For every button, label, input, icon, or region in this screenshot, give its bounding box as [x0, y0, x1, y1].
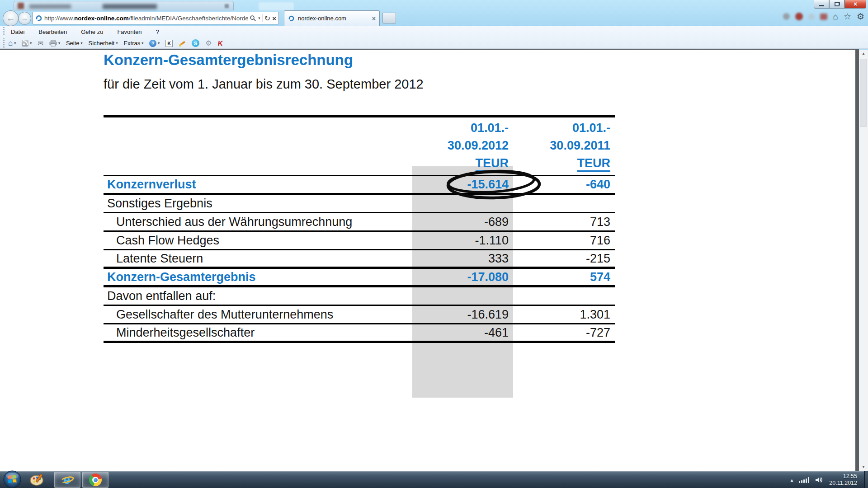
- vertical-scrollbar[interactable]: ▲ ▼: [859, 50, 868, 471]
- network-signal-icon[interactable]: [799, 477, 809, 483]
- pen-icon: [179, 40, 186, 47]
- seite-label: Seite: [66, 40, 80, 47]
- sicherheit-menu-button[interactable]: Sicherheit ▾: [88, 40, 119, 47]
- kaspersky-addon-button[interactable]: K: [217, 40, 224, 47]
- toolbar-grip[interactable]: [3, 27, 5, 36]
- maximize-button[interactable]: [829, 0, 844, 9]
- row-label: Davon entfallen auf:: [104, 289, 412, 303]
- blurred-extension-icon[interactable]: [795, 13, 803, 20]
- close-button[interactable]: ×: [844, 0, 866, 9]
- header-line: 30.09.2011: [513, 137, 610, 155]
- favorites-star-icon[interactable]: ☆: [844, 12, 851, 21]
- header-spacer: [104, 119, 412, 172]
- search-icon[interactable]: [250, 15, 256, 22]
- menu-favoriten[interactable]: Favoriten: [116, 28, 142, 36]
- menu-gehezu[interactable]: Gehe zu: [80, 28, 104, 36]
- row-label: Konzern-Gesamtergebnis: [104, 270, 412, 284]
- navigation-bar: ← → http://www.nordex-online.com/fileadm…: [0, 10, 868, 26]
- k-addon-button[interactable]: K: [165, 40, 174, 47]
- dropdown-caret-icon: ▾: [58, 41, 60, 45]
- toolbar-right-icons: ⌂ ☆ ⚙: [783, 12, 864, 21]
- blurred-background-window-tab[interactable]: [14, 1, 234, 10]
- clock-time: 12:55: [829, 473, 857, 480]
- scroll-down-icon[interactable]: ▼: [859, 463, 868, 471]
- value-2011: 574: [513, 270, 615, 284]
- maximize-icon: [835, 2, 840, 6]
- home-icon: ⌂: [8, 39, 13, 47]
- blurred-extension-icon[interactable]: [820, 14, 827, 20]
- table-row: Konzern-Gesamtergebnis -17.080 574: [104, 269, 615, 287]
- skype-icon: S: [192, 39, 199, 47]
- chrome-taskbar-button[interactable]: [82, 472, 108, 488]
- menu-bar: Datei Bearbeiten Gehe zu Favoriten ?: [0, 26, 868, 38]
- internet-explorer-icon: e: [61, 473, 74, 487]
- kaspersky-icon: K: [217, 40, 223, 47]
- gear-addon-button[interactable]: ⚙: [204, 40, 212, 47]
- read-mail-button[interactable]: ✉: [37, 40, 44, 47]
- help-icon: ?: [149, 40, 156, 47]
- blurred-close-icon: [225, 4, 229, 8]
- value-2011: -215: [513, 252, 615, 266]
- start-button[interactable]: [3, 470, 22, 488]
- show-hidden-icons-chevron[interactable]: ▴: [791, 477, 793, 483]
- tab-title: nordex-online.com: [298, 15, 369, 22]
- extras-label: Extras: [123, 40, 140, 47]
- minimize-button[interactable]: [814, 0, 829, 9]
- menu-bearbeiten[interactable]: Bearbeiten: [38, 28, 68, 36]
- divider: [262, 14, 263, 22]
- menu-and-command-bars: Datei Bearbeiten Gehe zu Favoriten ? ⌂ ▾…: [0, 26, 868, 49]
- menu-datei[interactable]: Datei: [10, 28, 25, 36]
- page-subtitle: für die Zeit vom 1. Januar bis zum 30. S…: [104, 77, 424, 92]
- seite-menu-button[interactable]: Seite ▾: [65, 40, 84, 47]
- skype-addon-button[interactable]: S: [191, 39, 200, 47]
- row-label: Unterschied aus der Währungsumrechnung: [104, 215, 412, 229]
- value-2012: -16.619: [412, 308, 513, 322]
- refresh-icon[interactable]: ↻: [264, 14, 270, 23]
- stop-icon[interactable]: ×: [272, 14, 276, 22]
- scroll-up-icon[interactable]: ▲: [859, 50, 868, 57]
- help-button[interactable]: ? ▾: [148, 40, 160, 47]
- scrollbar-thumb[interactable]: [860, 59, 867, 127]
- internet-explorer-taskbar-button[interactable]: e: [54, 472, 80, 488]
- rss-feed-icon: [22, 40, 28, 47]
- pen-addon-button[interactable]: [178, 40, 187, 47]
- autocomplete-dropdown-icon[interactable]: ▾: [258, 16, 260, 20]
- new-tab-button[interactable]: [382, 13, 396, 23]
- value-2011: -727: [513, 326, 615, 340]
- close-icon: ×: [854, 1, 857, 7]
- printer-icon: [49, 40, 57, 47]
- back-arrow-icon: ←: [6, 13, 15, 23]
- gear-icon: ⚙: [205, 40, 212, 47]
- mail-icon: ✉: [38, 40, 43, 47]
- home-button[interactable]: ⌂ ▾: [7, 39, 17, 47]
- table-row: Unterschied aus der Währungsumrechnung -…: [104, 213, 615, 232]
- back-button[interactable]: ←: [3, 10, 19, 26]
- value-2012: -17.080: [412, 270, 513, 284]
- browser-tab[interactable]: nordex-online.com ×: [284, 10, 380, 26]
- window-controls: ×: [814, 0, 866, 9]
- menu-hilfe[interactable]: ?: [155, 28, 160, 36]
- feeds-button[interactable]: ▾: [21, 40, 33, 47]
- sicherheit-label: Sicherheit: [89, 40, 115, 47]
- blurred-background-shape: [259, 2, 294, 10]
- settings-gear-icon[interactable]: ⚙: [857, 12, 864, 21]
- paint-taskbar-icon[interactable]: [29, 473, 45, 487]
- blurred-extension-icon[interactable]: [808, 14, 815, 20]
- hand-drawn-circle-annotation: [444, 166, 543, 202]
- taskbar-clock[interactable]: 12:55 20.11.2012: [829, 473, 857, 487]
- print-button[interactable]: ▾: [48, 40, 61, 47]
- blurred-title-text: [29, 5, 71, 9]
- toolbar-grip[interactable]: [3, 38, 5, 48]
- row-label: Cash Flow Hedges: [104, 234, 412, 248]
- tab-close-icon[interactable]: ×: [372, 15, 376, 22]
- chrome-icon: [89, 474, 102, 486]
- forward-button[interactable]: →: [18, 12, 31, 25]
- blurred-extension-icon[interactable]: [783, 13, 790, 20]
- address-bar[interactable]: http://www.nordex-online.com/fileadmin/M…: [33, 12, 279, 24]
- url-text[interactable]: http://www.nordex-online.com/fileadmin/M…: [44, 15, 248, 22]
- home-icon[interactable]: ⌂: [833, 12, 838, 21]
- extras-menu-button[interactable]: Extras ▾: [123, 40, 144, 47]
- volume-icon[interactable]: [815, 476, 823, 483]
- show-desktop-button[interactable]: [864, 471, 868, 488]
- column-header-2011: 01.01.- 30.09.2011 TEUR: [513, 119, 615, 172]
